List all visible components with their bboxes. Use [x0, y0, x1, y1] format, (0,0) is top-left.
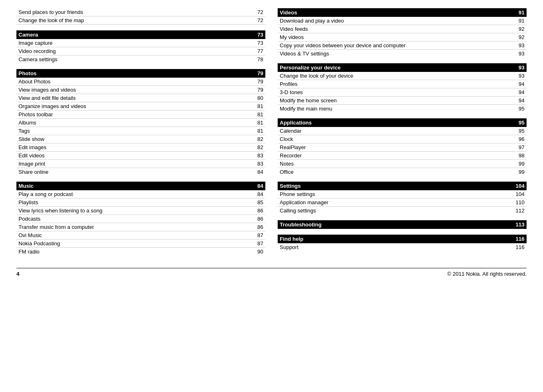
page-container: Send places to your friends 72 Change th…	[16, 8, 527, 277]
toc-item: Recorder 98	[278, 152, 527, 160]
page-footer: 4 © 2011 Nokia. All rights reserved.	[16, 268, 527, 277]
item-label: Change the look of your device	[280, 73, 513, 79]
item-page: 99	[516, 161, 525, 167]
section-page-num: 113	[515, 221, 525, 228]
item-page: 72	[255, 9, 263, 15]
item-page: 110	[515, 199, 525, 205]
item-page: 79	[255, 87, 263, 93]
toc-item: Clock 96	[278, 135, 527, 143]
section-page-num: 79	[258, 70, 263, 76]
item-page: 73	[255, 40, 263, 46]
item-page: 112	[515, 208, 525, 214]
item-page: 79	[255, 78, 263, 85]
item-page: 87	[255, 232, 263, 238]
item-label: Modify the home screen	[280, 97, 513, 104]
toc-item: Download and play a video 91	[278, 17, 527, 25]
item-label: Calling settings	[280, 208, 512, 214]
toc-item: Video recording 77	[16, 47, 265, 55]
item-label: Edit images	[18, 144, 252, 150]
toc-item: Office 99	[278, 168, 527, 176]
item-page: 93	[516, 73, 525, 79]
item-label: Office	[280, 169, 513, 175]
item-label: View images and videos	[18, 87, 252, 93]
section-page-num: 104	[515, 183, 525, 189]
section-title: Music	[18, 183, 34, 189]
item-label: FM radio	[18, 249, 252, 255]
item-page: 77	[255, 48, 263, 54]
toc-item: Albums 81	[16, 119, 265, 127]
item-page: 80	[255, 95, 263, 101]
item-label: Notes	[280, 161, 513, 167]
item-label: Edit videos	[18, 152, 252, 159]
item-page: 84	[255, 169, 263, 175]
toc-item: Share online 84	[16, 168, 265, 176]
toc-item: Video feeds 92	[278, 25, 527, 33]
toc-section: Photos 79 About Photos 79 View images an…	[16, 69, 265, 176]
item-page: 78	[255, 56, 263, 62]
item-label: Play a song or podcast	[18, 191, 252, 197]
item-label: RealPlayer	[280, 144, 513, 150]
toc-item: 3-D tones 94	[278, 88, 527, 97]
section-header: Camera 73	[16, 30, 265, 39]
item-page: 81	[255, 111, 263, 118]
item-label: Clock	[280, 136, 513, 142]
footer-page-number: 4	[16, 271, 19, 277]
item-page: 86	[255, 216, 263, 222]
toc-item: Transfer music from a computer 86	[16, 223, 265, 231]
section-page-num: 73	[258, 32, 263, 38]
item-page: 92	[516, 26, 525, 32]
toc-item: Podcasts 86	[16, 215, 265, 223]
item-label: Camera settings	[18, 56, 252, 62]
toc-item: Ovi Music 87	[16, 231, 265, 240]
item-page: 84	[255, 191, 263, 197]
toc-item: My videos 92	[278, 33, 527, 42]
section-header: Personalize your device 93	[278, 63, 527, 72]
item-page: 104	[515, 191, 525, 197]
right-column: Videos 91 Download and play a video 91 V…	[278, 8, 527, 261]
item-label: Phone settings	[280, 191, 512, 197]
section-header: Music 84	[16, 182, 265, 190]
item-label: Photos toolbar	[18, 111, 252, 118]
item-page: 82	[255, 136, 263, 142]
item-label: Ovi Music	[18, 232, 252, 238]
item-label: Download and play a video	[280, 18, 513, 24]
item-label: Nokia Podcasting	[18, 240, 252, 247]
toc-item: RealPlayer 97	[278, 143, 527, 152]
section-title: Videos	[280, 9, 297, 16]
toc-section: Personalize your device 93 Change the lo…	[278, 63, 527, 113]
item-label: Copy your videos between your device and…	[280, 42, 513, 48]
item-page: 95	[516, 106, 525, 112]
item-page: 99	[516, 169, 525, 175]
item-label: View and edit file details	[18, 95, 252, 101]
toc-item: Phone settings 104	[278, 190, 527, 198]
section-title: Settings	[280, 183, 301, 189]
left-column: Send places to your friends 72 Change th…	[16, 8, 265, 261]
toc-item: Videos & TV settings 93	[278, 50, 527, 58]
section-page-num: 95	[519, 120, 525, 126]
item-page: 92	[516, 34, 525, 40]
toc-item: Support 116	[278, 243, 527, 251]
section-header: Applications 95	[278, 118, 527, 127]
item-page: 94	[516, 81, 525, 87]
section-header: Troubleshooting 113	[278, 220, 527, 229]
toc-item: Calendar 95	[278, 127, 527, 135]
toc-section: Camera 73 Image capture 73 Video recordi…	[16, 30, 265, 63]
item-label: Albums	[18, 120, 252, 126]
toc-item: Play a song or podcast 84	[16, 190, 265, 198]
toc-item: Nokia Podcasting 87	[16, 240, 265, 248]
item-page: 93	[516, 42, 525, 48]
toc-item: FM radio 90	[16, 248, 265, 256]
item-label: Video feeds	[280, 26, 513, 32]
toc-item: Modify the main menu 95	[278, 105, 527, 113]
section-title: Find help	[280, 236, 304, 242]
item-label: Recorder	[280, 152, 513, 159]
section-title: Troubleshooting	[280, 221, 322, 228]
item-label: Application manager	[280, 199, 512, 205]
toc-item: Image capture 73	[16, 39, 265, 47]
section-page-num: 93	[519, 65, 525, 71]
item-page: 82	[255, 144, 263, 150]
toc-section: Applications 95 Calendar 95 Clock 96 Rea…	[278, 118, 527, 176]
section-title: Camera	[18, 32, 38, 38]
item-page: 87	[255, 240, 263, 247]
section-header: Videos 91	[278, 8, 527, 17]
